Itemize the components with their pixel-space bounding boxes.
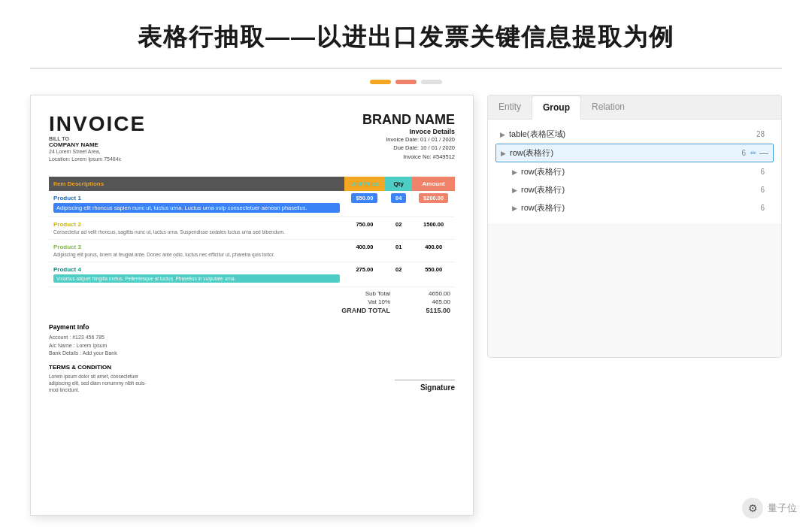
grand-total-value: 5115.00: [413, 307, 450, 314]
invoice-header: INVOICE BILL TO COMPANY NAME 24 Lorem St…: [49, 112, 455, 169]
row4-desc: Vivamus aliquet fringilla metus. Pellent…: [53, 274, 340, 283]
row3-price: 400.00: [344, 240, 386, 262]
terms-section: TERMS & CONDITION Lorem ipsum dolor sit …: [49, 364, 146, 393]
tree-item-row-selected[interactable]: ▶ row(表格行) 6 ✏ —: [495, 144, 774, 162]
tree-count-row3: 6: [760, 186, 765, 194]
row2-product-name: Product 2: [53, 221, 340, 228]
tab-dot-1[interactable]: [370, 80, 391, 84]
row2-desc: Consectetur ad velit rhoncus, sagittis n…: [53, 229, 340, 235]
tab-group[interactable]: Group: [532, 95, 581, 120]
tree-count-row1: 6: [741, 149, 746, 157]
row1-qty: 04: [385, 191, 412, 217]
tree-arrow-row1: ▶: [501, 150, 510, 157]
tree-item-row3[interactable]: ▶ row(表格行) 6: [508, 181, 774, 198]
row4-amount: 550.00: [412, 262, 455, 287]
row1-item: Product 1 Adipiscing elit rhoncus sapien…: [49, 191, 344, 217]
tree-arrow-row4: ▶: [512, 204, 521, 212]
company-name: COMPANY NAME: [49, 141, 146, 148]
subtotal-label: Sub Total: [338, 290, 390, 297]
invoice-detail1: Invoice Date: 01 / 01 / 2020: [362, 135, 455, 144]
tree-arrow-table: ▶: [500, 131, 509, 138]
payment-title: Payment Info: [49, 323, 117, 331]
tab-dot-3[interactable]: [421, 80, 442, 84]
divider: [30, 68, 782, 69]
page-title: 表格行抽取——以进出口发票关键信息提取为例: [30, 21, 782, 54]
table-row: Product 1 Adipiscing elit rhoncus sapien…: [49, 191, 455, 217]
bill-to-label: BILL TO: [49, 136, 146, 141]
row1-amount-value: $200.00: [419, 193, 448, 203]
tab-entity[interactable]: Entity: [488, 95, 532, 119]
invoice-title: INVOICE: [49, 112, 146, 136]
col-header-price: Unit Price: [344, 177, 386, 191]
row4-item: Product 4 Vivamus aliquet fringilla metu…: [49, 262, 344, 287]
col-header-amount: Amount: [412, 177, 455, 191]
main-content: INVOICE BILL TO COMPANY NAME 24 Lorem St…: [30, 95, 782, 516]
tab-dot-2[interactable]: [395, 80, 417, 84]
payment-section: Payment Info Account : #123 456 785 A/c …: [49, 323, 146, 358]
row3-item: Product 3 Adipiscing elit purus, lorem a…: [49, 240, 344, 262]
invoice-detail2: Due Date: 10 / 01 / 2020: [362, 144, 455, 152]
row1-qty-value: 04: [391, 193, 406, 203]
tree-count-row4: 6: [760, 204, 765, 212]
tree-arrow-row3: ▶: [512, 186, 521, 194]
watermark: ⚙ 量子位: [742, 498, 797, 519]
company-location: Location: Lorem Ipsum 75484x: [49, 156, 146, 163]
table-row: Product 3 Adipiscing elit purus, lorem a…: [49, 240, 455, 262]
tree-count-table: 28: [756, 130, 765, 138]
tree-item-table[interactable]: ▶ table(表格区域) 28: [495, 126, 774, 143]
table-row: Product 2 Consectetur ad velit rhoncus, …: [49, 217, 455, 239]
edit-icon[interactable]: ✏: [750, 149, 756, 157]
tree-item-row4[interactable]: ▶ row(表格行) 6: [508, 199, 774, 217]
row3-product-name: Product 3: [53, 244, 340, 250]
bottom-section: Payment Info Account : #123 456 785 A/c …: [49, 316, 455, 393]
tree-label-row1: row(表格行): [510, 147, 741, 159]
panel-tabs: Entity Group Relation: [488, 95, 781, 120]
col-header-qty: Qty: [385, 177, 412, 191]
row1-desc: Adipiscing elit rhoncus sapien nunc ut, …: [53, 203, 340, 213]
terms-title: TERMS & CONDITION: [49, 364, 146, 371]
invoice-table: Item Descriptions Unit Price Qty Amount …: [49, 177, 455, 288]
row3-qty: 01: [385, 240, 412, 262]
row1-price: $50.00: [344, 191, 386, 217]
row2-qty: 02: [385, 217, 412, 239]
grand-total-row: GRAND TOTAL 5115.00: [49, 307, 450, 314]
subtotal-row: Sub Total 4650.00: [49, 290, 450, 297]
tree-label-table: table(表格区域): [509, 129, 756, 140]
tree-children: ▶ row(表格行) 6 ▶ row(表格行) 6 ▶ row(表格行) 6: [495, 163, 774, 217]
payment-ac-name: A/c Name : Lorem Ipsum: [49, 342, 117, 350]
tree-item-row2[interactable]: ▶ row(表格行) 6: [508, 163, 774, 180]
payment-account: Account : #123 456 785: [49, 334, 117, 342]
col-header-item: Item Descriptions: [49, 177, 344, 191]
vat-label: Vat 10%: [338, 298, 390, 305]
tree-count-row2: 6: [760, 168, 765, 176]
tree-label-row2: row(表格行): [521, 166, 760, 177]
payment-info: Payment Info Account : #123 456 785 A/c …: [49, 323, 117, 358]
tree-arrow-row2: ▶: [512, 168, 521, 176]
brand-name: BRAND NAME: [362, 112, 455, 128]
row1-product-name: Product 1: [53, 195, 340, 201]
watermark-text: 量子位: [768, 501, 797, 515]
payment-bank: Bank Details : Add your Bank: [49, 350, 117, 358]
invoice-details: Invoce Details Invoice Date: 01 / 01 / 2…: [362, 128, 455, 161]
row2-item: Product 2 Consectetur ad velit rhoncus, …: [49, 217, 344, 239]
subtotal-value: 4650.00: [413, 290, 450, 297]
table-header-row: Item Descriptions Unit Price Qty Amount: [49, 177, 455, 191]
signature-label: Signature: [395, 380, 455, 392]
grand-total-label: GRAND TOTAL: [338, 307, 390, 314]
tree-label-row4: row(表格行): [521, 202, 760, 214]
tab-relation[interactable]: Relation: [581, 95, 635, 119]
tree-label-row3: row(表格行): [521, 184, 760, 195]
row2-amount: 1500.00: [412, 217, 455, 239]
row1-amount: $200.00: [412, 191, 455, 217]
minus-icon[interactable]: —: [759, 148, 768, 159]
invoice-document: INVOICE BILL TO COMPANY NAME 24 Lorem St…: [30, 95, 474, 516]
signature-area: Signature: [395, 357, 455, 393]
invoice-detail3: Invoice No: #549512: [362, 153, 455, 161]
row4-product-name: Product 4: [53, 266, 340, 273]
vat-value: 465.00: [413, 298, 450, 305]
subtotals-section: Sub Total 4650.00 Vat 10% 465.00 GRAND T…: [49, 290, 455, 314]
table-row: Product 4 Vivamus aliquet fringilla metu…: [49, 262, 455, 287]
row4-qty: 02: [385, 262, 412, 287]
terms-text: Lorem ipsum dolor sit amet, consectetuer…: [49, 373, 146, 393]
invoice-details-title: Invoce Details: [362, 128, 455, 135]
